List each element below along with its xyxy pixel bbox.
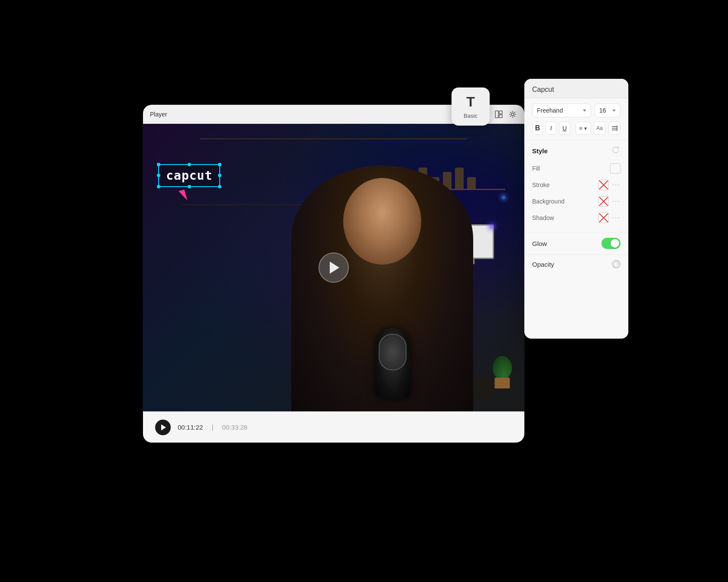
scene-container: Player (126, 79, 602, 503)
font-size-selector[interactable]: 16 (595, 103, 621, 117)
person-face (343, 178, 421, 265)
stroke-row: Stroke ··· (532, 177, 621, 193)
fill-label: Fill (532, 165, 540, 172)
shadow-row: Shadow ··· (532, 210, 621, 226)
svg-rect-1 (499, 111, 502, 114)
basic-tab-label: Basic (464, 113, 478, 119)
titlebar-icons (494, 110, 517, 119)
background-label: Background (532, 198, 565, 205)
playback-bar: 00:11:22 | 00:33:28 (143, 411, 524, 443)
shadow-more-button[interactable]: ··· (612, 214, 621, 222)
settings-icon[interactable] (508, 110, 517, 119)
underline-button[interactable]: U (559, 122, 570, 135)
video-area: capcut (143, 124, 524, 411)
player-title: Player (150, 111, 167, 118)
panel-header (524, 79, 628, 98)
stroke-label: Stroke (532, 181, 549, 188)
playback-play-button[interactable] (155, 420, 171, 435)
handle-tm[interactable] (188, 163, 191, 166)
basic-tab-icon: T (466, 94, 475, 110)
text-properties-panel: Freehand 16 B I U (524, 79, 628, 339)
style-section: Style Fill Stroke (524, 140, 628, 233)
font-size-chevron (612, 110, 616, 112)
font-row: Freehand 16 (532, 103, 621, 117)
handle-bm[interactable] (188, 185, 191, 188)
background-color-box[interactable] (598, 196, 609, 207)
stroke-more-button[interactable]: ··· (612, 181, 621, 189)
text-overlay[interactable]: capcut (158, 164, 220, 187)
font-size-label: 16 (599, 107, 606, 114)
stroke-controls: ··· (598, 180, 621, 190)
case-icon: Aa (596, 125, 603, 131)
opacity-label: Opacity (532, 261, 554, 268)
shadow-controls: ··· (598, 213, 621, 223)
overlay-text: capcut (166, 168, 212, 183)
video-play-overlay[interactable] (318, 252, 349, 283)
layout-icon[interactable] (494, 110, 504, 119)
font-section: Freehand 16 B I U (524, 98, 628, 140)
case-button[interactable]: Aa (594, 122, 606, 135)
microphone (375, 328, 410, 398)
background-row: Background ··· (532, 193, 621, 210)
handle-tl[interactable] (157, 163, 160, 166)
shadow-color-box[interactable] (598, 213, 609, 223)
time-separator: | (211, 424, 213, 431)
handle-lm[interactable] (157, 174, 160, 177)
opacity-control[interactable] (612, 260, 621, 268)
basic-tab[interactable]: T Basic (452, 87, 490, 126)
glow-toggle[interactable] (601, 238, 621, 249)
person-area (261, 138, 504, 411)
font-family-label: Freehand (537, 107, 563, 114)
style-header: Style (532, 146, 621, 155)
italic-button[interactable]: I (546, 122, 556, 135)
current-time: 00:11:22 (178, 424, 203, 431)
format-row: B I U ≡ ▾ Aa (532, 122, 621, 135)
background-more-button[interactable]: ··· (612, 197, 621, 205)
svg-rect-0 (495, 111, 498, 118)
svg-rect-2 (499, 115, 502, 118)
style-refresh-button[interactable] (612, 146, 621, 155)
font-family-chevron (583, 110, 586, 112)
total-time: 00:33:28 (222, 424, 247, 431)
spacing-button[interactable] (608, 122, 621, 135)
opacity-row: Opacity (524, 255, 628, 274)
stroke-color-box[interactable] (598, 180, 609, 190)
background-controls: ··· (598, 196, 621, 207)
play-icon (330, 262, 339, 274)
player-window: Player (143, 105, 524, 443)
handle-rm[interactable] (218, 174, 221, 177)
fill-row: Fill (532, 160, 621, 177)
font-family-selector[interactable]: Freehand (532, 103, 591, 117)
style-section-label: Style (532, 147, 548, 155)
shadow-label: Shadow (532, 214, 554, 221)
panel-title-input[interactable] (532, 86, 621, 94)
fill-color-box[interactable] (610, 163, 621, 174)
svg-point-3 (511, 113, 514, 116)
play-btn-icon (161, 424, 166, 430)
align-button[interactable]: ≡ ▾ (575, 122, 591, 135)
glow-label: Glow (532, 240, 547, 247)
text-selection-box[interactable]: capcut (158, 164, 220, 187)
align-icon: ≡ ▾ (579, 125, 587, 132)
fill-controls (610, 163, 621, 174)
bold-button[interactable]: B (532, 122, 543, 135)
glow-row: Glow (524, 233, 628, 255)
